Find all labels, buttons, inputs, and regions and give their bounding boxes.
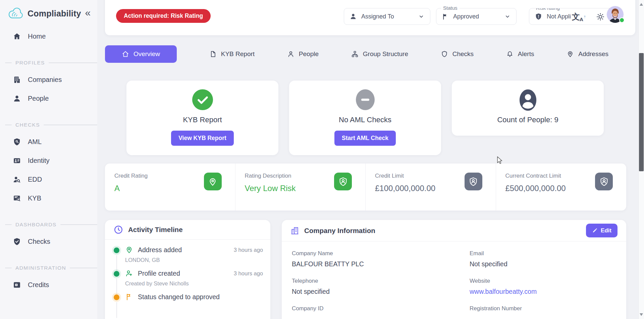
field-registration-number: Registration Number bbox=[470, 305, 626, 315]
view-kyb-report-button[interactable]: View KYB Report bbox=[171, 131, 234, 146]
field-website: Website www.balfourbeatty.com bbox=[470, 278, 626, 295]
timeline-item-time: 3 hours ago bbox=[234, 247, 263, 253]
sidebar-item-label: Identity bbox=[28, 157, 49, 165]
shield-alert-icon bbox=[535, 13, 542, 20]
sidebar-item-people[interactable]: People bbox=[0, 89, 97, 108]
scrollbar-down-arrow[interactable] bbox=[640, 313, 643, 316]
sidebar-section-checks: CHECKS bbox=[0, 122, 97, 128]
sidebar-item-label: Home bbox=[28, 33, 46, 40]
flag-icon bbox=[442, 13, 449, 20]
card-title: KYB Report bbox=[183, 116, 222, 124]
start-aml-check-button[interactable]: Start AML Check bbox=[334, 131, 396, 146]
sidebar-item-label: Checks bbox=[28, 238, 50, 245]
timeline-connector bbox=[116, 255, 117, 271]
stat-credit-rating: Credit Rating A bbox=[105, 164, 235, 211]
sidebar-item-home[interactable]: Home bbox=[0, 27, 97, 46]
sidebar-item-label: Credits bbox=[28, 281, 49, 289]
shield-person-icon bbox=[595, 173, 613, 190]
website-link[interactable]: www.balfourbeatty.com bbox=[470, 288, 626, 295]
tab-label: People bbox=[299, 50, 319, 58]
location-pin-icon bbox=[125, 246, 133, 254]
sidebar-collapse-icon[interactable]: « bbox=[85, 8, 91, 18]
success-check-icon bbox=[192, 89, 213, 110]
sidebar-item-label: Companies bbox=[28, 76, 62, 84]
sidebar-item-aml[interactable]: AML bbox=[0, 132, 97, 151]
field-value: Not specified bbox=[292, 288, 470, 295]
scrollbar-thumb[interactable] bbox=[639, 53, 644, 171]
assigned-to-select[interactable]: Assigned To bbox=[344, 8, 430, 25]
assigned-to-value: Assigned To bbox=[361, 13, 394, 20]
timeline-item-detail: Created by Steve Nicholls bbox=[125, 280, 263, 287]
stat-rating-description: Rating Description Very Low Risk bbox=[235, 164, 366, 211]
tab-alerts[interactable]: Alerts bbox=[506, 50, 534, 58]
action-required-badge[interactable]: Action required: Risk Rating bbox=[116, 9, 211, 23]
stats-strip: Credit Rating A Rating Description Very … bbox=[105, 164, 626, 211]
field-label: Company ID bbox=[292, 305, 470, 312]
timeline-item: Address added 3 hours ago LONDON, GB bbox=[125, 246, 263, 263]
company-fields: Company Name BALFOUR BEATTY PLC Email No… bbox=[282, 241, 626, 319]
tab-label: KYB Report bbox=[221, 50, 255, 58]
person-icon bbox=[287, 50, 294, 58]
count-of-people-card: Count of People: 9 bbox=[452, 81, 604, 136]
person-plus-icon bbox=[125, 269, 133, 277]
companies-icon bbox=[13, 76, 21, 84]
panel-title: Activity Timeline bbox=[128, 226, 183, 234]
sidebar-item-identity[interactable]: Identity bbox=[0, 151, 97, 170]
pencil-icon bbox=[592, 228, 598, 233]
topbar: Action required: Risk Rating Assigned To… bbox=[105, 0, 635, 35]
scrollbar-up-arrow[interactable] bbox=[640, 3, 643, 6]
field-telephone: Telephone Not specified bbox=[292, 278, 470, 295]
field-email: Email Not specified bbox=[470, 250, 626, 268]
timeline-dot bbox=[114, 271, 119, 277]
sidebar-item-label: EDD bbox=[28, 176, 42, 183]
activity-timeline-header: Activity Timeline bbox=[105, 220, 270, 240]
tab-label: Checks bbox=[452, 50, 474, 58]
sidebar-item-edd[interactable]: EDD bbox=[0, 170, 97, 189]
sidebar-item-companies[interactable]: Companies bbox=[0, 70, 97, 89]
tab-addresses[interactable]: Addresses bbox=[567, 50, 608, 58]
risk-rating-select-label: Risk rating bbox=[534, 8, 562, 11]
chevron-down-icon bbox=[504, 13, 511, 20]
status-select-label: Status bbox=[441, 5, 460, 11]
shield-search-icon bbox=[13, 138, 21, 146]
tab-label: Alerts bbox=[518, 50, 534, 58]
tab-overview[interactable]: Overview bbox=[105, 45, 177, 63]
tab-group-structure[interactable]: Group Structure bbox=[351, 50, 408, 58]
edit-company-button[interactable]: Edit bbox=[586, 224, 618, 237]
wallet-icon bbox=[13, 281, 21, 289]
tab-label: Overview bbox=[133, 50, 160, 58]
timeline-item-detail: LONDON, GB bbox=[125, 257, 263, 263]
translate-icon[interactable]: 文A bbox=[571, 10, 585, 24]
logo-row: Compliability « bbox=[0, 0, 97, 20]
sidebar-item-checks-dashboard[interactable]: Checks bbox=[0, 232, 97, 251]
person-icon bbox=[350, 13, 357, 20]
app-screen: Compliability « Home PROFILES Companies bbox=[0, 0, 644, 319]
cloud-fingerprint-logo-icon bbox=[8, 7, 23, 20]
card-title: Count of People: 9 bbox=[497, 116, 558, 124]
field-label: Website bbox=[470, 278, 626, 284]
location-pin-icon bbox=[567, 50, 574, 58]
sidebar-item-kyb[interactable]: KYB bbox=[0, 189, 97, 208]
shield-icon bbox=[441, 50, 448, 58]
tab-label: Addresses bbox=[578, 50, 608, 58]
clock-icon bbox=[114, 225, 123, 234]
field-label: Company Name bbox=[292, 250, 470, 257]
tab-checks[interactable]: Checks bbox=[441, 50, 474, 58]
aml-checks-card: No AML Checks Start AML Check bbox=[289, 81, 441, 155]
sidebar-item-credits[interactable]: Credits bbox=[0, 275, 97, 294]
neutral-minus-icon bbox=[355, 89, 376, 110]
sidebar-section-dashboards: DASHBOARDS bbox=[0, 222, 97, 228]
document-icon bbox=[209, 50, 217, 58]
status-select[interactable]: Status Approved bbox=[436, 8, 517, 25]
field-company-id: Company ID bbox=[292, 305, 470, 315]
tab-kyb-report[interactable]: KYB Report bbox=[209, 50, 255, 58]
theme-toggle-sun-icon[interactable] bbox=[593, 10, 607, 24]
sidebar-item-label: AML bbox=[28, 138, 42, 146]
home-icon bbox=[13, 32, 21, 41]
timeline-connector bbox=[116, 302, 117, 318]
activity-timeline-panel: Activity Timeline Address added 3 hours … bbox=[105, 220, 270, 319]
tab-people[interactable]: People bbox=[287, 50, 319, 58]
tab-label: Group Structure bbox=[363, 50, 408, 58]
scrollbar[interactable] bbox=[638, 0, 644, 319]
field-label: Email bbox=[470, 250, 626, 257]
